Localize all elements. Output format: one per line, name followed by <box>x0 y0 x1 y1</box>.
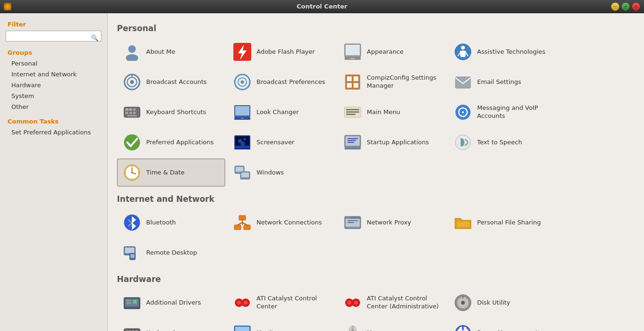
maximize-button[interactable]: + <box>621 2 630 11</box>
time-date-label: Time & Date <box>146 169 184 177</box>
svg-point-63 <box>131 172 133 174</box>
assistive-label: Assistive Technologies <box>477 48 545 56</box>
compiz-label: CompizConfig Settings Manager <box>367 74 440 90</box>
preferred-apps-label: Preferred Applications <box>146 139 214 147</box>
item-monitors[interactable]: Monitors <box>227 319 336 331</box>
svg-point-44 <box>462 111 464 113</box>
item-email-settings[interactable]: Email Settings <box>448 68 556 96</box>
monitors-label: Monitors <box>256 329 283 331</box>
close-button[interactable]: × <box>632 2 640 11</box>
broadcast-accounts-label: Broadcast Accounts <box>146 78 207 86</box>
svg-rect-51 <box>234 148 250 149</box>
broadcast-pref-icon <box>233 73 252 91</box>
email-settings-label: Email Settings <box>477 78 521 86</box>
sidebar: Filter 🔍 Groups Personal Internet and Ne… <box>0 13 107 331</box>
item-screensaver[interactable]: Screensaver <box>227 128 336 157</box>
disk-utility-icon <box>454 293 472 312</box>
item-keyboard[interactable]: Keyboard <box>117 319 225 331</box>
titlebar-title: Control Center <box>0 3 644 10</box>
item-tts[interactable]: Text to Speech <box>448 128 556 157</box>
item-appearance[interactable]: Appearance <box>338 38 446 66</box>
item-network-connections[interactable]: Network Connections <box>227 208 336 237</box>
item-main-menu[interactable]: Main Menu <box>338 98 446 126</box>
broadcast-pref-label: Broadcast Preferences <box>256 78 325 86</box>
item-time-date[interactable]: Time & Date <box>117 158 225 187</box>
ati-catalyst-admin-label: ATI Catalyst Control Center (Administrat… <box>367 295 440 311</box>
svg-point-105 <box>354 301 358 305</box>
svg-point-50 <box>240 141 245 146</box>
mouse-icon <box>343 323 362 331</box>
adobe-flash-icon <box>233 42 252 61</box>
item-remote-desktop[interactable]: Remote Desktop <box>117 239 225 267</box>
task-set-preferred[interactable]: Set Preferred Applications <box>0 127 107 138</box>
item-power-management[interactable]: Power Management <box>448 319 556 331</box>
item-messaging[interactable]: Messaging and VoIP Accounts <box>448 98 556 126</box>
item-windows[interactable]: Windows <box>227 158 336 187</box>
power-management-icon <box>454 323 472 331</box>
svg-rect-32 <box>127 115 137 116</box>
screensaver-label: Screensaver <box>256 139 294 147</box>
svg-rect-35 <box>235 106 249 116</box>
keyboard-shortcuts-icon: Ctrl <box>123 103 141 122</box>
item-additional-drivers[interactable]: Additional Drivers <box>117 289 225 317</box>
search-input[interactable] <box>6 31 101 41</box>
appearance-icon <box>343 42 362 61</box>
startup-apps-label: Startup Applications <box>367 139 429 147</box>
item-assistive[interactable]: Assistive Technologies <box>448 38 556 66</box>
bluetooth-label: Bluetooth <box>146 219 176 227</box>
svg-rect-24 <box>455 77 471 88</box>
svg-rect-54 <box>345 148 361 149</box>
network-proxy-icon <box>343 213 362 232</box>
main-menu-label: Main Menu <box>367 108 400 116</box>
remote-desktop-icon <box>123 243 141 262</box>
svg-text:Ctrl: Ctrl <box>126 108 132 111</box>
network-proxy-label: Network Proxy <box>367 219 411 227</box>
messaging-icon <box>454 103 472 122</box>
sidebar-item-internet[interactable]: Internet and Network <box>0 69 107 80</box>
content-area: Personal About Me Adobe <box>107 13 644 331</box>
svg-rect-90 <box>125 248 134 253</box>
item-broadcast-pref[interactable]: Broadcast Preferences <box>227 68 336 96</box>
item-bluetooth[interactable]: Bluetooth <box>117 208 225 237</box>
svg-rect-7 <box>350 58 355 59</box>
item-startup-apps[interactable]: Startup Applications <box>338 128 446 157</box>
assistive-icon <box>454 42 472 61</box>
windows-label: Windows <box>256 169 284 177</box>
sidebar-item-system[interactable]: System <box>0 91 107 101</box>
item-network-proxy[interactable]: Network Proxy <box>338 208 446 237</box>
sidebar-item-other[interactable]: Other <box>0 101 107 112</box>
svg-rect-88 <box>457 222 469 227</box>
item-ati-catalyst[interactable]: ATI Catalyst Control Center <box>227 289 336 317</box>
item-broadcast-accounts[interactable]: Broadcast Accounts <box>117 68 225 96</box>
item-about-me[interactable]: About Me <box>117 38 225 66</box>
item-keyboard-shortcuts[interactable]: Ctrl Keyboard Shortcuts <box>117 98 225 126</box>
item-disk-utility[interactable]: Disk Utility <box>448 289 556 317</box>
remote-desktop-label: Remote Desktop <box>146 249 197 257</box>
section-heading-internet: Internet and Network <box>117 194 635 204</box>
about-me-label: About Me <box>146 48 175 56</box>
item-ati-catalyst-admin[interactable]: ATI Catalyst Control Center (Administrat… <box>338 289 446 317</box>
item-personal-file-sharing[interactable]: Personal File Sharing <box>448 208 556 237</box>
svg-point-84 <box>347 217 348 219</box>
sidebar-item-hardware[interactable]: Hardware <box>0 80 107 91</box>
personal-file-sharing-icon <box>454 213 472 232</box>
keyboard-label: Keyboard <box>146 329 175 331</box>
svg-rect-75 <box>234 225 241 230</box>
svg-point-9 <box>461 46 465 50</box>
tts-icon <box>454 133 472 152</box>
sidebar-item-personal[interactable]: Personal <box>0 58 107 69</box>
titlebar-left <box>4 3 11 10</box>
keyboard-icon <box>123 323 141 331</box>
svg-point-1 <box>126 54 138 61</box>
svg-rect-97 <box>133 300 137 304</box>
item-preferred-apps[interactable]: Preferred Applications <box>117 128 225 157</box>
item-look-changer[interactable]: Look Changer <box>227 98 336 126</box>
item-compiz[interactable]: CompizConfig Settings Manager <box>338 68 446 96</box>
item-mouse[interactable]: Mouse <box>338 319 446 331</box>
item-adobe-flash[interactable]: Adobe Flash Player <box>227 38 336 66</box>
svg-point-14 <box>130 80 134 84</box>
startup-apps-icon <box>343 133 362 152</box>
filter-input-wrap: 🔍 <box>0 30 107 45</box>
minimize-button[interactable]: − <box>611 2 619 11</box>
ati-catalyst-admin-icon <box>343 293 362 312</box>
